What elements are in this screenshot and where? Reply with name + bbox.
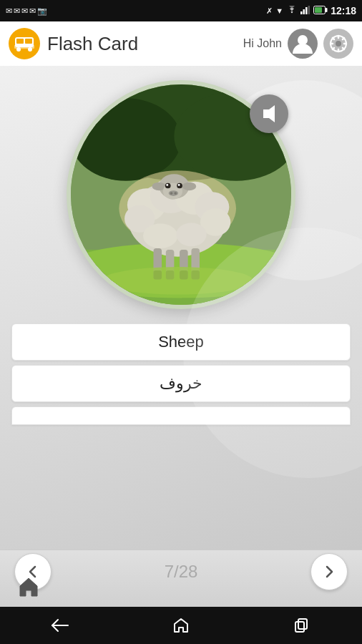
svg-point-31 (143, 223, 177, 248)
svg-point-35 (182, 182, 196, 191)
bluetooth-icon: ✗ (266, 6, 273, 16)
sound-button[interactable] (250, 94, 288, 133)
gmail-icon-4: ✉ (29, 6, 36, 16)
main-content: Sheep خروف (0, 66, 362, 550)
nav-bar: 7/28 (0, 550, 362, 607)
status-time: 12:18 (331, 5, 356, 16)
camera-icon: 📷 (37, 6, 47, 16)
wifi-icon (286, 6, 298, 16)
svg-point-14 (336, 41, 341, 47)
next-button[interactable] (310, 553, 348, 590)
gmail-icon-1: ✉ (6, 6, 12, 16)
svg-point-40 (178, 184, 180, 186)
svg-rect-0 (300, 11, 303, 14)
arabic-word: خروف (160, 374, 202, 393)
page-counter: 7/28 (165, 562, 198, 582)
svg-rect-8 (16, 39, 24, 44)
android-home-button[interactable] (167, 611, 195, 640)
signal-icon: ▼ (275, 6, 283, 15)
english-word-card[interactable]: Sheep (11, 323, 351, 361)
app-bar: Flash Card Hi John (0, 21, 362, 66)
svg-rect-3 (308, 6, 310, 14)
status-icons-right: ✗ ▼ 12:18 (266, 5, 356, 16)
svg-point-39 (166, 184, 168, 186)
svg-rect-56 (295, 622, 304, 632)
svg-marker-53 (263, 105, 275, 122)
android-recents-button[interactable] (288, 611, 316, 640)
svg-rect-6 (315, 7, 322, 13)
word-cards: Sheep خروف (11, 323, 351, 425)
home-button[interactable] (14, 572, 43, 601)
user-avatar[interactable] (288, 29, 318, 59)
english-word: Sheep (158, 333, 204, 351)
status-icons-left: ✉ ✉ ✉ ✉ 📷 (6, 6, 47, 16)
android-nav-bar (0, 607, 362, 644)
status-bar: ✉ ✉ ✉ ✉ 📷 ✗ ▼ (0, 0, 362, 21)
arabic-word-card[interactable]: خروف (11, 365, 351, 402)
svg-rect-55 (298, 619, 307, 629)
gmail-icon-3: ✉ (21, 6, 28, 16)
partial-card (11, 406, 351, 425)
svg-point-13 (298, 35, 308, 45)
battery-icon (313, 6, 328, 16)
app-title: Flash Card (47, 33, 138, 55)
svg-point-32 (176, 223, 206, 246)
flash-card-image-container (67, 80, 295, 309)
svg-point-18 (71, 98, 181, 181)
android-back-button[interactable] (46, 611, 74, 640)
greeting-text: Hi John (243, 37, 282, 50)
app-bar-right: Hi John (243, 29, 353, 59)
bus-app-icon (9, 28, 40, 59)
settings-button[interactable] (323, 29, 353, 59)
gmail-icon-2: ✉ (14, 6, 20, 16)
svg-rect-5 (326, 8, 328, 12)
app-bar-left: Flash Card (9, 28, 138, 59)
svg-rect-9 (25, 39, 32, 44)
svg-point-42 (170, 192, 173, 195)
svg-rect-2 (305, 7, 308, 14)
signal-bars-icon (300, 6, 310, 16)
svg-rect-12 (14, 45, 34, 49)
svg-point-43 (174, 192, 177, 195)
svg-point-52 (102, 267, 253, 295)
svg-rect-1 (303, 9, 305, 14)
